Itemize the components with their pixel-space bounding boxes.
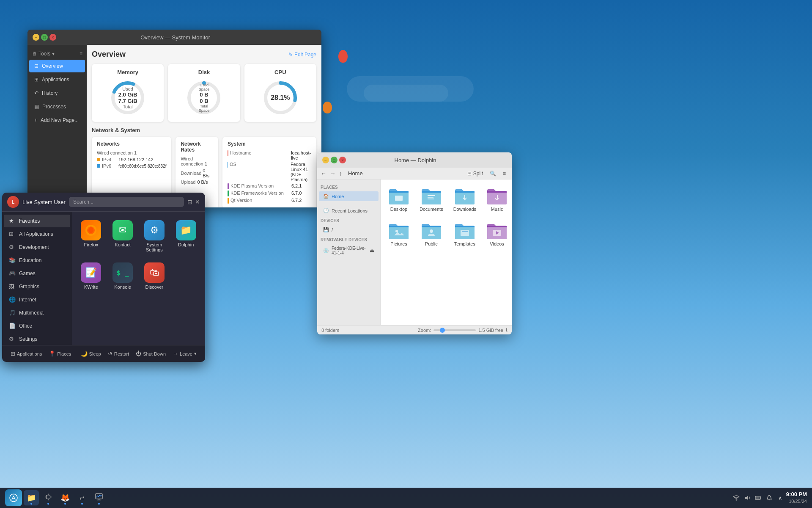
dolphin-home-item[interactable]: 🏠 Home bbox=[319, 191, 379, 201]
tray-network-icon[interactable] bbox=[732, 494, 741, 502]
edit-page-button[interactable]: ✎ Edit Page bbox=[288, 52, 316, 58]
app-item-konsole[interactable]: $ _ Konsole bbox=[109, 259, 137, 293]
hostname-label: Hostname bbox=[230, 150, 289, 160]
sidebar-item-history[interactable]: ↶ History bbox=[29, 87, 85, 99]
dolphin-close-button[interactable]: × bbox=[339, 157, 346, 163]
clock-time: 9:00 PM bbox=[786, 491, 807, 498]
taskbar-app-switcher[interactable]: ⇄ bbox=[74, 490, 90, 505]
launcher-filter-button[interactable]: ⊟ bbox=[187, 199, 192, 205]
sidebar-item-applications[interactable]: ⊞ Applications bbox=[29, 73, 85, 86]
cat-multimedia[interactable]: 🎵 Multimedia bbox=[4, 306, 70, 319]
hamburger-menu[interactable]: ≡ bbox=[80, 51, 82, 57]
cat-education[interactable]: 📚 Education bbox=[4, 254, 70, 267]
cat-internet[interactable]: 🌐 Internet bbox=[4, 293, 70, 306]
cat-office[interactable]: 📄 Office bbox=[4, 320, 70, 332]
dolphin-menu-button[interactable]: ≡ bbox=[500, 170, 508, 177]
taskbar-system-monitor[interactable] bbox=[91, 490, 107, 505]
app-item-system-settings[interactable]: ⚙ System Settings bbox=[140, 217, 169, 256]
cat-games[interactable]: 🎮 Games bbox=[4, 267, 70, 280]
kontact-icon-glyph: ✉ bbox=[119, 225, 126, 236]
network-system-header: Network & System bbox=[92, 127, 316, 133]
kwrite-icon-glyph: 📝 bbox=[85, 267, 97, 278]
videos-svg bbox=[486, 222, 508, 240]
maximize-button[interactable]: □ bbox=[41, 34, 48, 41]
zoom-slider-track[interactable] bbox=[433, 329, 476, 331]
eject-icon[interactable]: ⏏ bbox=[370, 248, 374, 254]
dolphin-maximize-button[interactable]: □ bbox=[331, 157, 337, 163]
svg-rect-27 bbox=[455, 226, 475, 227]
cat-settings[interactable]: ⚙ Settings bbox=[4, 333, 70, 345]
svg-rect-11 bbox=[422, 192, 441, 204]
disk-gauge: Used Space 0 B 0 B Total Space bbox=[185, 79, 223, 117]
hostname-indicator bbox=[228, 150, 228, 156]
restart-icon: ↺ bbox=[108, 351, 112, 357]
folder-pictures[interactable]: Pictures bbox=[386, 219, 412, 249]
taskbar-firefox[interactable]: 🦊 bbox=[58, 490, 73, 505]
cloud-2 bbox=[364, 85, 448, 102]
dolphin-recent-locations[interactable]: 🕐 Recent Locations bbox=[319, 206, 379, 215]
taskbar: 📁 🦊 ⇄ bbox=[0, 488, 812, 508]
download-value: 0 B/s bbox=[203, 168, 213, 178]
cpu-percent-value: 28.1% bbox=[271, 94, 290, 102]
svg-rect-29 bbox=[462, 231, 468, 232]
minimize-button[interactable]: − bbox=[33, 34, 39, 41]
dolphin-removable-device[interactable]: 💿 Fedora-KDE-Live-41-1-4 ⏏ bbox=[319, 244, 379, 257]
app-item-firefox[interactable]: Firefox bbox=[77, 217, 105, 256]
taskbar-launcher-button[interactable] bbox=[5, 489, 22, 506]
public-svg bbox=[421, 222, 442, 240]
taskbar-clock[interactable]: 9:00 PM 10/25/24 bbox=[786, 491, 807, 505]
zoom-slider-thumb[interactable] bbox=[440, 328, 445, 333]
taskbar-settings[interactable] bbox=[41, 490, 56, 505]
dolphin-root-device[interactable]: 💾 / bbox=[319, 225, 379, 235]
file-manager-icon: 📁 bbox=[27, 493, 36, 502]
close-button[interactable]: × bbox=[49, 34, 56, 41]
svg-rect-28 bbox=[461, 230, 469, 236]
tray-battery-icon[interactable] bbox=[754, 494, 763, 502]
folder-videos[interactable]: Videos bbox=[484, 219, 510, 249]
statusbar-info-icon: ℹ bbox=[506, 327, 508, 333]
firefox-app-icon bbox=[81, 220, 101, 240]
removable-devices-header: Removable Devices bbox=[317, 236, 380, 243]
dolphin-forward-button[interactable]: → bbox=[330, 170, 336, 177]
cat-development[interactable]: ⚙ Development bbox=[4, 241, 70, 254]
taskbar-file-manager[interactable]: 📁 bbox=[24, 490, 39, 505]
folder-music[interactable]: Music bbox=[484, 185, 510, 214]
cpu-gauge-card: CPU 28.1% bbox=[244, 64, 316, 122]
cat-favorites[interactable]: ★ Favorites bbox=[4, 215, 70, 227]
folder-downloads[interactable]: Downloads bbox=[451, 185, 479, 214]
tools-button[interactable]: 🖥 Tools ▾ bbox=[32, 51, 55, 57]
footer-restart-button[interactable]: ↺ Restart bbox=[104, 349, 132, 359]
tray-notifications-icon[interactable] bbox=[765, 494, 774, 502]
download-label: Download bbox=[181, 171, 201, 176]
konsole-app-icon: $ _ bbox=[112, 262, 133, 283]
app-item-discover[interactable]: 🛍 Discover bbox=[140, 259, 169, 293]
app-item-dolphin[interactable]: 📁 Dolphin bbox=[172, 217, 200, 256]
split-button[interactable]: ⊟ Split bbox=[465, 170, 486, 177]
launcher-pin-button[interactable]: ✕ bbox=[195, 199, 200, 205]
clock-date: 10/25/24 bbox=[786, 498, 807, 505]
dolphin-app-icon: 📁 bbox=[176, 220, 196, 240]
footer-shutdown-button[interactable]: ⏻ Shut Down bbox=[132, 349, 169, 359]
folder-desktop[interactable]: Desktop bbox=[386, 185, 412, 214]
footer-places-button[interactable]: 📍 Places bbox=[45, 349, 74, 359]
dolphin-up-button[interactable]: ↑ bbox=[339, 170, 342, 177]
launcher-search-input[interactable] bbox=[69, 197, 184, 207]
app-item-kontact[interactable]: ✉ Kontact bbox=[109, 217, 137, 256]
sidebar-item-processes[interactable]: ▦ Processes bbox=[29, 100, 85, 113]
folder-templates[interactable]: Templates bbox=[451, 219, 479, 249]
cat-graphics[interactable]: 🖼 Graphics bbox=[4, 280, 70, 293]
app-item-kwrite[interactable]: 📝 KWrite bbox=[77, 259, 105, 293]
add-new-page-button[interactable]: + Add New Page... bbox=[29, 114, 85, 127]
cat-all-applications[interactable]: ⊞ All Applications bbox=[4, 228, 70, 240]
folder-public[interactable]: Public bbox=[417, 219, 446, 249]
footer-applications-button[interactable]: ⊞ Applications bbox=[7, 349, 45, 359]
dolphin-search-button[interactable]: 🔍 bbox=[487, 170, 499, 177]
footer-leave-button[interactable]: → Leave ▾ bbox=[169, 349, 200, 359]
tray-expand-icon[interactable]: ∧ bbox=[776, 494, 785, 502]
dolphin-back-button[interactable]: ← bbox=[321, 170, 326, 177]
folder-documents[interactable]: Documents bbox=[417, 185, 446, 214]
footer-sleep-button[interactable]: 🌙 Sleep bbox=[77, 349, 104, 359]
dolphin-minimize-button[interactable]: − bbox=[322, 157, 329, 163]
sidebar-item-overview[interactable]: ⊟ Overview bbox=[29, 60, 85, 72]
tray-audio-icon[interactable] bbox=[743, 494, 752, 502]
